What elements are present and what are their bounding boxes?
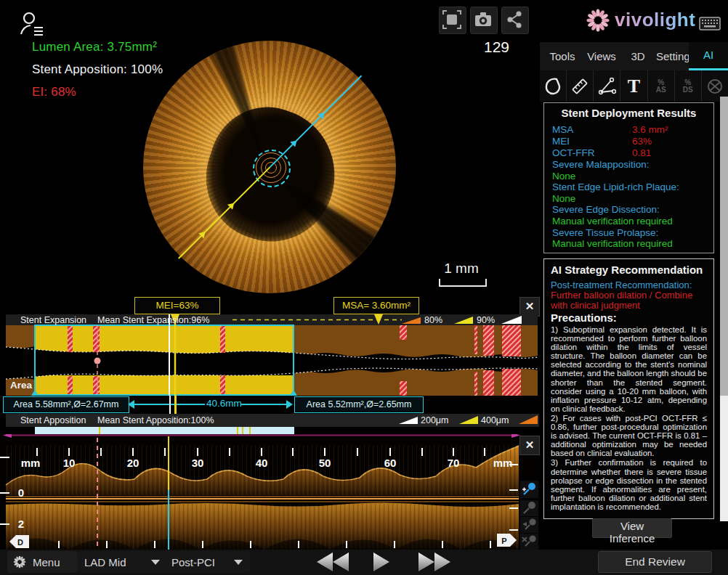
vivolight-logo-icon [586,8,610,33]
tab-views[interactable]: Views [581,42,622,70]
user-menu-icon[interactable] [19,10,45,38]
menu-logo-icon [13,555,26,568]
ruler-label: 70 [448,457,460,469]
tab-tools[interactable]: Tools [543,42,581,70]
close-longitudinal-panel-button[interactable]: ✕ [519,436,540,455]
scale-bar-label: 1 mm [439,261,484,277]
finding-label: Severe Malapposition: [552,159,713,171]
metric-row-oct-ffr: OCT-FFR 0.81 [552,147,713,159]
vessel-select-dropdown[interactable]: LAD Mid [77,551,167,573]
finding-value: Manual verification required [552,216,713,227]
precaution-item: 2) For cases with post-PCI OCT-FFR ≤ 0.8… [551,414,707,457]
distal-badge-label: D [17,538,23,547]
metric-row-msa: MSA 3.6 mm² [552,124,713,136]
mean-apposition-label: Mean Stent Apposition:100% [97,415,214,425]
scale-bar [439,279,487,287]
fullscreen-button[interactable] [439,7,466,34]
rewind-icon [333,552,349,571]
legend-wedge-400 [459,416,478,424]
ai-strategy-panel: AI Strategy Recommendation Post-treatmen… [543,258,714,519]
chevron-down-icon [151,560,160,565]
oct-cross-section-view[interactable]: Lumen Area: 3.75mm² Stent Apposition: 10… [0,0,540,296]
rewind-icon [317,552,333,571]
tab-ai[interactable]: AI [689,42,728,70]
catheter-marker-circle[interactable] [253,150,291,187]
tab-3d[interactable]: 3D [622,42,654,70]
finding-label: Severe Tissue Prolapse: [552,227,713,239]
end-review-button[interactable]: End Review [598,551,712,573]
fast-forward-icon [418,552,434,571]
ruler-icon [570,76,589,97]
recommendation-text: Further balloon dilation / Combine with … [551,290,707,310]
ruler-tool-button[interactable] [567,70,594,102]
snapshot-button[interactable] [470,7,498,34]
stent-expansion-chart[interactable]: Stent Expansion Mean Stent Expansion:96%… [6,314,538,396]
metric-label: MEI [552,136,632,147]
frame-marker-extension-white [169,396,171,414]
legend-wedge-orange [519,415,538,424]
metric-row-mei: MEI 63% [552,136,713,147]
bookmark-marker-dot[interactable] [94,358,101,364]
legend-label-200: 200μm [421,415,448,425]
share-button[interactable] [501,7,529,34]
add-bookmark-button[interactable] [520,481,538,498]
percent-as-tool-button[interactable]: %AS [648,70,675,102]
finding-label: Stent Edge Lipid-rich Plaque: [552,182,713,193]
stent-apposition-strip[interactable] [6,427,539,434]
keyboard-icon[interactable] [699,17,721,30]
depth-label-0: 0 [18,486,24,499]
panel-scrollbar[interactable] [720,97,728,521]
metric-label: MSA [552,124,632,136]
chevron-down-icon [234,560,243,565]
close-expansion-panel-button[interactable]: ✕ [519,297,540,317]
stent-length-label: 40.6mm [206,398,242,409]
lumen-area-readout: Lumen Area: 3.75mm² [32,40,157,54]
menu-button[interactable]: Menu [7,551,77,573]
apposition-chart-title: Stent Apposition [20,415,86,425]
legend-wedge-200 [399,417,418,424]
finding-value: Manual verification required [552,238,713,250]
angle-tool-button[interactable] [594,70,620,102]
menu-label: Menu [33,556,60,568]
arrow-head-left-icon [128,400,134,409]
ruler-label: 40 [256,457,268,469]
no-annotation-icon [705,76,724,97]
longitudinal-view[interactable]: mm 10 20 30 40 50 60 70 mm 0 2 D P [0,434,540,550]
apposition-tick [237,427,238,434]
area-axis-label: Area [10,380,33,391]
phase-select-dropdown[interactable]: Post-PCI [164,551,250,573]
apposition-tick [99,427,100,434]
play-button[interactable] [373,550,394,575]
bookmark-tool-button[interactable] [520,500,538,516]
ruler-label: 10 [63,457,76,469]
ruler-label: 20 [127,457,139,469]
share-icon [502,7,527,32]
angle-icon [596,76,617,97]
arrow-head-right-icon [286,400,293,409]
contour-tool-button[interactable] [540,70,567,102]
scrollbar-thumb[interactable] [720,97,728,396]
view-inference-button[interactable]: View Inference [592,518,672,538]
legend-label-80: 80% [424,315,442,325]
ei-readout: EI: 68% [32,85,76,99]
fullscreen-icon [440,7,464,32]
fast-forward-button[interactable] [418,550,455,575]
vivolight-oct-review-window: Lumen Area: 3.75mm² Stent Apposition: 10… [0,0,728,575]
metric-label: OCT-FFR [552,147,632,159]
delete-bookmark-button[interactable] [520,534,538,550]
vivolight-logo-text: vivolight [615,9,695,31]
legend-label-400: 400μm [481,415,509,425]
stent-apposition-header: Stent Apposition Mean Stent Apposition:1… [6,414,539,427]
rewind-button[interactable] [317,550,353,575]
frame-marker-extension-yellow [174,396,177,414]
expansion-chart-title: Stent Expansion [20,315,86,325]
scrollbar-track[interactable] [720,396,728,521]
stent-length-arrow-left [131,404,205,405]
stent-length-arrow-right [241,404,286,405]
text-tool-button[interactable]: T [620,70,647,102]
mean-expansion-label: Mean Stent Expansion:96% [97,315,209,325]
goto-bookmark-button[interactable] [520,517,538,533]
metric-value: 3.6 mm² [632,124,668,136]
percent-ds-tool-button[interactable]: %DS [675,70,702,102]
msa-annotation-box: MSA= 3.60mm² [333,297,419,314]
